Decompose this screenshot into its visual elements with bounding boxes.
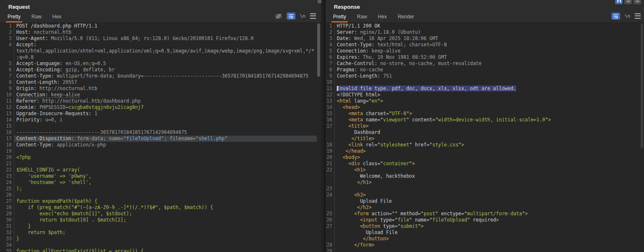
code-line-content[interactable]: Content-Length: 20557 bbox=[14, 79, 317, 86]
hide-response-eye-off-icon[interactable] bbox=[275, 13, 282, 19]
code-line-content[interactable]: Cookie: PHPSESSID=cscgba0stqgjn6vju2icag… bbox=[14, 104, 317, 111]
code-line-content[interactable]: POST /dashboard.php HTTP/1.1 bbox=[14, 23, 317, 29]
code-line[interactable]: 3Date: Wed, 16 Apr 2025 18:28:06 GMT bbox=[326, 35, 640, 42]
code-line-content[interactable]: Content-Type: multipart/form-data; bound… bbox=[14, 73, 317, 79]
splitter-grip[interactable] bbox=[318, 0, 321, 3]
code-line-content[interactable]: Upload File bbox=[335, 198, 640, 204]
code-line[interactable]: 26 <input type="file" name="fileToUpload… bbox=[326, 217, 640, 223]
code-line[interactable]: 11Invalid file type. pdf, doc, docx, xls… bbox=[326, 86, 640, 92]
request-scrollbar[interactable] bbox=[317, 23, 321, 251]
code-line-content[interactable]: <input type="file" name="fileToUpload" r… bbox=[335, 217, 640, 223]
code-line[interactable]: Welcome, hackthebox bbox=[326, 173, 640, 179]
code-line[interactable]: 26 bbox=[0, 192, 317, 198]
code-line-content[interactable]: return $stdout[0] . $match[2]; bbox=[14, 217, 317, 223]
code-line[interactable]: 29 bbox=[326, 248, 640, 252]
code-line[interactable]: 33} bbox=[0, 236, 317, 242]
word-wrap-button[interactable] bbox=[287, 13, 295, 20]
code-line[interactable]: 18Content-Type: application/x-php bbox=[0, 142, 317, 148]
code-line[interactable]: 14 <head> bbox=[326, 104, 640, 111]
code-line[interactable]: 8Pragma: no-cache bbox=[326, 67, 640, 73]
code-line-content[interactable]: 'username' => 'pOwny', bbox=[14, 173, 317, 179]
code-line-content[interactable]: Accept-Language: en-US,en;q=0.5 bbox=[14, 60, 317, 67]
code-line[interactable]: 10 bbox=[326, 79, 640, 86]
code-line-content[interactable]: Connection: keep-alive bbox=[14, 92, 317, 98]
code-line-content[interactable] bbox=[335, 248, 640, 252]
columns-layout-button[interactable] bbox=[615, 0, 623, 4]
code-line[interactable]: ;q=0.8 bbox=[0, 54, 317, 60]
code-line-content[interactable]: Content-Disposition: form-data; name="fi… bbox=[14, 136, 317, 142]
code-line-content[interactable]: return $path; bbox=[14, 229, 317, 236]
code-line-content[interactable] bbox=[14, 192, 317, 198]
tab-hex[interactable]: Hex bbox=[52, 14, 61, 20]
code-line[interactable]: 17 <title> bbox=[326, 123, 640, 129]
code-line-content[interactable]: <body> bbox=[335, 154, 640, 161]
tab-pretty[interactable]: Pretty bbox=[333, 14, 346, 20]
code-line[interactable]: 3User-Agent: Mozilla/5.0 (X11; Linux x86… bbox=[0, 35, 317, 42]
tab-raw[interactable]: Raw bbox=[357, 14, 367, 20]
code-line-content[interactable]: </form> bbox=[335, 242, 640, 248]
code-line[interactable]: 7Content-Type: multipart/form-data; boun… bbox=[0, 73, 317, 79]
code-line[interactable]: 20 <body> bbox=[326, 154, 640, 161]
response-menu-icon[interactable] bbox=[635, 13, 641, 19]
scrollbar-thumb[interactable] bbox=[641, 23, 643, 149]
code-line[interactable]: Upload File bbox=[326, 229, 640, 236]
code-line-content[interactable]: </h2> bbox=[335, 204, 640, 211]
newline-toggle[interactable]: \n bbox=[625, 13, 630, 19]
request-menu-icon[interactable] bbox=[310, 13, 316, 19]
tab-render[interactable]: Render bbox=[398, 14, 414, 20]
code-line-content[interactable]: Server: nginx/1.18.0 (Ubuntu) bbox=[335, 29, 640, 35]
tab-hex[interactable]: Hex bbox=[378, 14, 387, 20]
code-line[interactable]: 10Connection: keep-alive bbox=[0, 92, 317, 98]
code-line[interactable]: text/html,application/xhtml+xml,applicat… bbox=[0, 48, 317, 54]
code-line-content[interactable]: Upgrade-Insecure-Requests: 1 bbox=[14, 111, 317, 117]
request-code-editor[interactable]: 1POST /dashboard.php HTTP/1.12Host: noct… bbox=[0, 23, 317, 252]
newline-toggle[interactable]: \n bbox=[300, 13, 305, 19]
code-line[interactable]: </h1> bbox=[326, 179, 640, 186]
code-line-content[interactable]: } bbox=[14, 223, 317, 229]
code-line-content[interactable]: <div class="container"> bbox=[335, 161, 640, 167]
code-line-content[interactable]: <link rel="stylesheet" href="style.css"> bbox=[335, 142, 640, 148]
code-line-content[interactable]: <button type="submit"> bbox=[335, 223, 640, 229]
tab-raw[interactable]: Raw bbox=[31, 14, 41, 20]
code-line[interactable]: 27 <button type="submit"> bbox=[326, 223, 640, 229]
code-line[interactable]: 15 bbox=[0, 123, 317, 129]
word-wrap-button[interactable] bbox=[611, 13, 620, 20]
code-line[interactable]: Upload File bbox=[326, 198, 640, 204]
code-line-content[interactable]: <head> bbox=[335, 104, 640, 111]
code-line-content[interactable]: </title> bbox=[335, 136, 640, 142]
response-scrollbar[interactable] bbox=[640, 23, 644, 251]
code-line-content[interactable]: Content-Type: text/html; charset=UTF-8 bbox=[335, 42, 640, 48]
code-line[interactable]: 15 <meta charset="UTF-8"> bbox=[326, 111, 640, 117]
scrollbar-thumb[interactable] bbox=[317, 23, 320, 77]
stacked-layout-button[interactable] bbox=[624, 0, 632, 4]
code-line[interactable]: 21 bbox=[0, 161, 317, 167]
code-line-content[interactable] bbox=[14, 148, 317, 154]
code-line[interactable]: 13Upgrade-Insecure-Requests: 1 bbox=[0, 111, 317, 117]
code-line[interactable]: 12<!DOCTYPE html> bbox=[326, 92, 640, 98]
code-line[interactable]: 16-----------------------------365781701… bbox=[0, 129, 317, 136]
code-line[interactable]: 28 </form> bbox=[326, 242, 640, 248]
code-line-content[interactable]: <h1> bbox=[335, 167, 640, 173]
code-line[interactable]: 4Content-Type: text/html; charset=UTF-8 bbox=[326, 42, 640, 48]
single-layout-button[interactable] bbox=[634, 0, 641, 4]
code-line[interactable]: Dashboard bbox=[326, 129, 640, 136]
code-line-content[interactable]: Referer: http://nocturnal.htb/dashboard.… bbox=[14, 98, 317, 104]
code-line-content[interactable]: -----------------------------36578170184… bbox=[14, 129, 317, 136]
code-line[interactable]: 32 return $path; bbox=[0, 229, 317, 236]
code-line[interactable]: 23 bbox=[326, 186, 640, 192]
code-line-content[interactable]: Cache-Control: no-store, no-cache, must-… bbox=[335, 60, 640, 67]
code-line[interactable]: 34 bbox=[0, 242, 317, 248]
code-line[interactable]: 30 return $stdout[0] . $match[2]; bbox=[0, 217, 317, 223]
code-line[interactable]: 13<html lang="en"> bbox=[326, 98, 640, 104]
code-line-content[interactable]: 'hostname' => 'shell', bbox=[14, 179, 317, 186]
code-line[interactable]: 4Accept: bbox=[0, 42, 317, 48]
code-line[interactable]: 14Priority: u=0, i bbox=[0, 117, 317, 123]
code-line-content[interactable] bbox=[335, 186, 640, 192]
code-line-content[interactable]: <title> bbox=[335, 123, 640, 129]
code-line-content[interactable]: Origin: http://nocturnal.htb bbox=[14, 86, 317, 92]
code-line-content[interactable]: Upload File bbox=[335, 229, 640, 236]
code-line[interactable]: 25 <form action="" method="post" enctype… bbox=[326, 211, 640, 217]
code-line[interactable]: 18 <link rel="stylesheet" href="style.cs… bbox=[326, 142, 640, 148]
code-line[interactable]: 23 'username' => 'pOwny', bbox=[0, 173, 317, 179]
code-line[interactable]: 1HTTP/1.1 200 OK bbox=[326, 23, 640, 29]
